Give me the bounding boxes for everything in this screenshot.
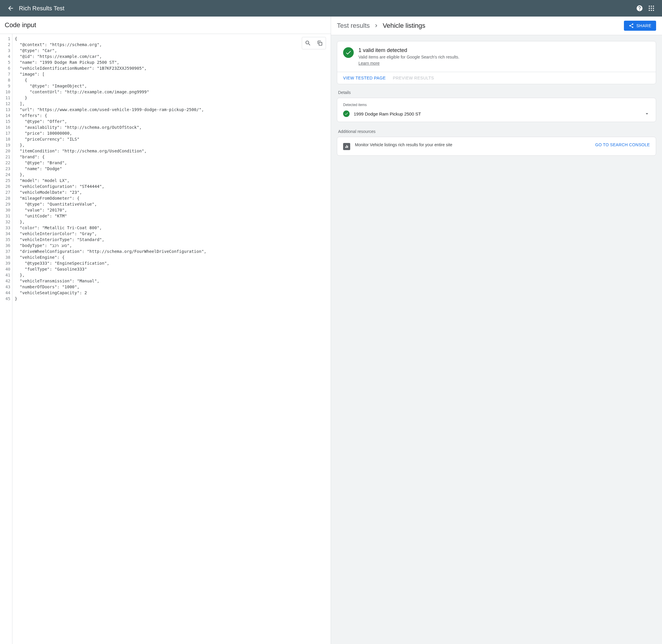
additional-resources-label: Additional resources xyxy=(338,129,656,134)
go-to-search-console-link[interactable]: GO TO SEARCH CONSOLE xyxy=(595,142,650,147)
svg-point-3 xyxy=(649,8,650,9)
svg-rect-9 xyxy=(319,42,322,45)
svg-rect-10 xyxy=(345,146,346,148)
svg-point-6 xyxy=(649,10,650,11)
detected-items-card: Detected items 1999 Dodge Ram Pickup 250… xyxy=(337,98,656,122)
results-panel: Test results Vehicle listings SHARE 1 va xyxy=(331,17,662,644)
search-code-button[interactable] xyxy=(303,38,313,48)
svg-point-8 xyxy=(653,10,654,11)
copy-code-button[interactable] xyxy=(314,38,325,48)
detected-item-row[interactable]: 1999 Dodge Ram Pickup 2500 ST xyxy=(343,111,650,117)
app-title: Rich Results Test xyxy=(19,5,64,12)
code-toolbar xyxy=(302,37,326,49)
resource-card: Monitor Vehicle listings rich results fo… xyxy=(337,137,656,156)
breadcrumb-root[interactable]: Test results xyxy=(337,22,370,29)
learn-more-link[interactable]: Learn more xyxy=(358,61,380,66)
svg-point-7 xyxy=(651,10,652,11)
share-icon xyxy=(629,23,634,28)
line-gutter: 1234567891011121314151617181920212223242… xyxy=(0,34,13,644)
app-header: Rich Results Test xyxy=(0,0,662,17)
help-button[interactable] xyxy=(634,2,645,14)
share-label: SHARE xyxy=(636,23,652,28)
breadcrumb: Test results Vehicle listings xyxy=(337,22,425,29)
check-icon xyxy=(343,111,350,117)
svg-point-5 xyxy=(653,8,654,9)
detected-item-name: 1999 Dodge Ram Pickup 2500 ST xyxy=(354,111,640,116)
code-editor[interactable]: 1234567891011121314151617181920212223242… xyxy=(0,34,331,644)
svg-point-2 xyxy=(653,6,654,7)
code-input-panel: Code input 12345678910111213141516171819… xyxy=(0,17,331,644)
svg-point-0 xyxy=(649,6,650,7)
chevron-right-icon xyxy=(373,23,379,29)
apps-button[interactable] xyxy=(645,2,657,14)
preview-results-button: PREVIEW RESULTS xyxy=(393,76,434,80)
status-headline: 1 valid item detected xyxy=(358,47,459,53)
view-tested-page-button[interactable]: VIEW TESTED PAGE xyxy=(343,76,386,80)
chevron-down-icon xyxy=(644,111,650,117)
bar-chart-icon xyxy=(343,143,350,150)
share-button[interactable]: SHARE xyxy=(624,21,656,31)
detected-items-label: Detected items xyxy=(343,103,650,107)
svg-point-1 xyxy=(651,6,652,7)
breadcrumb-current: Vehicle listings xyxy=(383,22,425,29)
details-label: Details xyxy=(338,90,656,95)
svg-rect-11 xyxy=(346,145,347,148)
resource-text: Monitor Vehicle listings rich results fo… xyxy=(355,142,591,147)
status-card: 1 valid item detected Valid items are el… xyxy=(337,41,656,84)
svg-point-4 xyxy=(651,8,652,9)
svg-rect-12 xyxy=(347,146,348,148)
status-subtext: Valid items are eligible for Google Sear… xyxy=(358,55,459,60)
results-header: Test results Vehicle listings SHARE xyxy=(331,17,662,35)
code-input-title: Code input xyxy=(0,17,331,34)
code-content[interactable]: { "@context": "https://schema.org", "@ty… xyxy=(13,34,331,644)
back-button[interactable] xyxy=(5,2,17,14)
check-circle-icon xyxy=(343,47,354,58)
